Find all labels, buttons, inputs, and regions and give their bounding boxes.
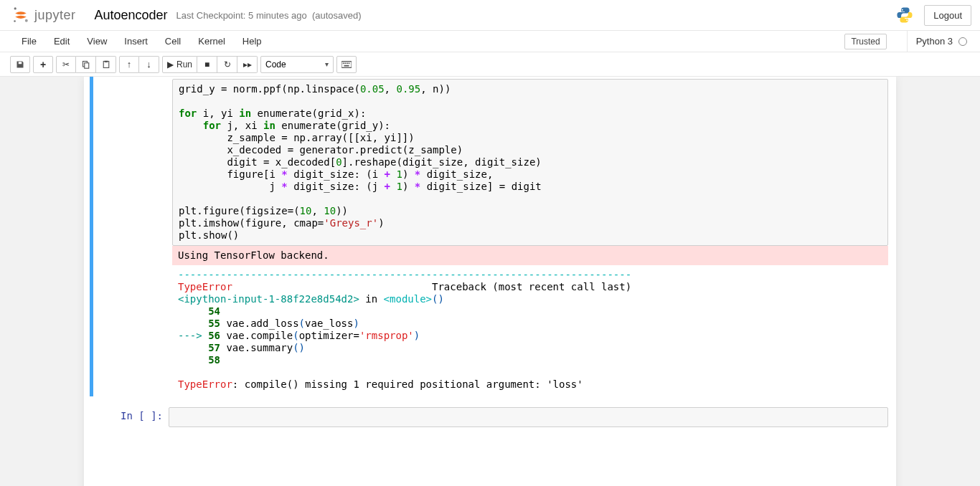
svg-rect-13 <box>349 62 350 64</box>
fast-forward-icon: ▸▸ <box>243 59 252 70</box>
stop-icon: ■ <box>204 59 209 70</box>
logout-button[interactable]: Logout <box>924 5 971 26</box>
svg-point-3 <box>902 9 903 11</box>
command-palette-button[interactable] <box>336 56 357 73</box>
notebook-name[interactable]: Autoencoder <box>90 6 172 24</box>
copy-icon <box>82 60 90 69</box>
copy-button[interactable] <box>76 56 96 73</box>
plus-icon: + <box>40 59 46 70</box>
svg-rect-10 <box>343 62 344 64</box>
restart-icon: ↻ <box>224 59 231 70</box>
trusted-indicator[interactable]: Trusted <box>844 34 886 49</box>
svg-rect-12 <box>347 62 348 64</box>
jupyter-logo[interactable]: jupyter <box>11 6 76 24</box>
menu-edit[interactable]: Edit <box>45 31 78 52</box>
svg-point-1 <box>25 19 28 22</box>
kernel-indicator[interactable]: Python 3 <box>907 31 967 52</box>
menu-insert[interactable]: Insert <box>116 31 156 52</box>
header: jupyter Autoencoder Last Checkpoint: 5 m… <box>0 0 980 31</box>
keyboard-icon <box>341 61 352 68</box>
save-button[interactable] <box>10 56 30 73</box>
save-icon <box>16 60 24 69</box>
svg-rect-11 <box>344 62 346 64</box>
logo-text: jupyter <box>34 8 76 23</box>
checkpoint-status: Last Checkpoint: 5 minutes ago (autosave… <box>176 10 362 21</box>
cut-button[interactable]: ✂ <box>56 56 76 73</box>
toolbar: + ✂ ↑ ↓ ▶Run ■ ↻ ▸▸ Code <box>0 52 980 77</box>
svg-point-2 <box>14 20 16 22</box>
run-button[interactable]: ▶Run <box>162 56 197 73</box>
svg-rect-14 <box>344 65 349 66</box>
svg-rect-8 <box>104 60 108 62</box>
cell-type-select[interactable]: Code <box>260 56 334 73</box>
move-up-button[interactable]: ↑ <box>119 56 139 73</box>
menu-file[interactable]: File <box>13 31 45 52</box>
menubar: File Edit View Insert Cell Kernel Help T… <box>0 31 980 52</box>
arrow-down-icon: ↓ <box>146 59 151 70</box>
cut-icon: ✂ <box>62 59 70 70</box>
python-icon <box>895 6 914 24</box>
jupyter-icon <box>11 6 30 24</box>
stop-button[interactable]: ■ <box>197 56 217 73</box>
paste-button[interactable] <box>96 56 116 73</box>
menu-kernel[interactable]: Kernel <box>189 31 234 52</box>
restart-button[interactable]: ↻ <box>217 56 237 73</box>
run-icon: ▶ <box>167 59 174 70</box>
menu-help[interactable]: Help <box>234 31 270 52</box>
svg-point-4 <box>907 19 908 21</box>
svg-rect-9 <box>341 61 352 67</box>
restart-run-button[interactable]: ▸▸ <box>237 56 258 73</box>
arrow-up-icon: ↑ <box>127 59 132 70</box>
kernel-name: Python 3 <box>916 36 953 47</box>
svg-rect-6 <box>84 62 88 68</box>
add-cell-button[interactable]: + <box>33 56 53 73</box>
move-down-button[interactable]: ↓ <box>139 56 159 73</box>
menu-cell[interactable]: Cell <box>156 31 189 52</box>
kernel-status-icon <box>958 37 967 46</box>
svg-point-0 <box>14 7 17 9</box>
menu-view[interactable]: View <box>78 31 116 52</box>
paste-icon <box>102 60 110 69</box>
